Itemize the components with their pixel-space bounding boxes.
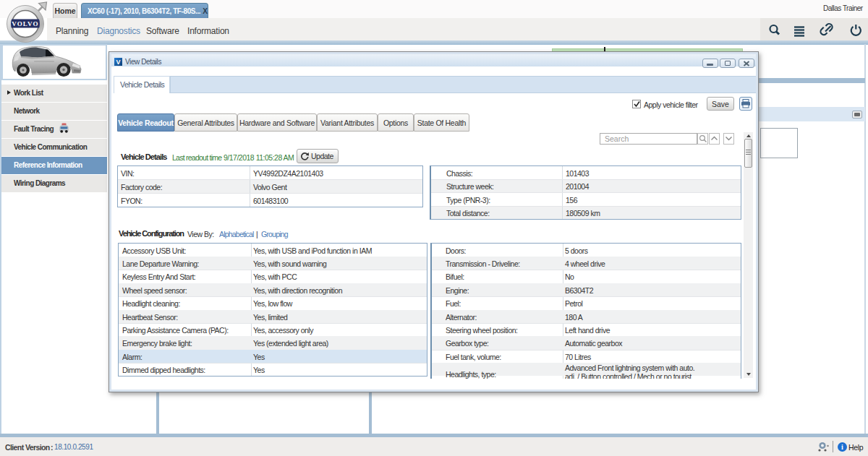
svg-text:V: V bbox=[116, 59, 120, 66]
svg-text:VOLVO: VOLVO bbox=[12, 20, 38, 27]
